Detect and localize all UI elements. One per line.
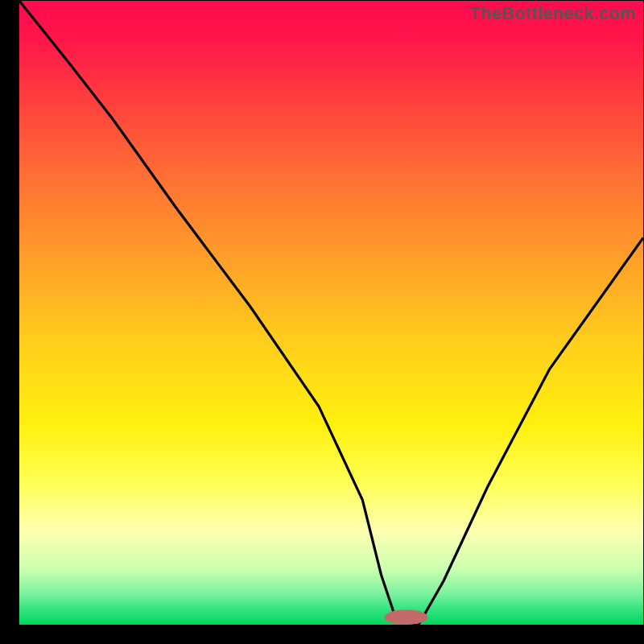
chart-container: { "watermark": "TheBottleneck.com", "cha… [0, 0, 644, 644]
optimal-marker [384, 609, 427, 625]
frame-bottom [0, 625, 644, 644]
frame-top [0, 0, 644, 1]
plot-area [19, 1, 643, 625]
watermark-text: TheBottleneck.com [470, 3, 636, 24]
bottleneck-chart [0, 0, 644, 644]
frame-left [0, 0, 19, 644]
